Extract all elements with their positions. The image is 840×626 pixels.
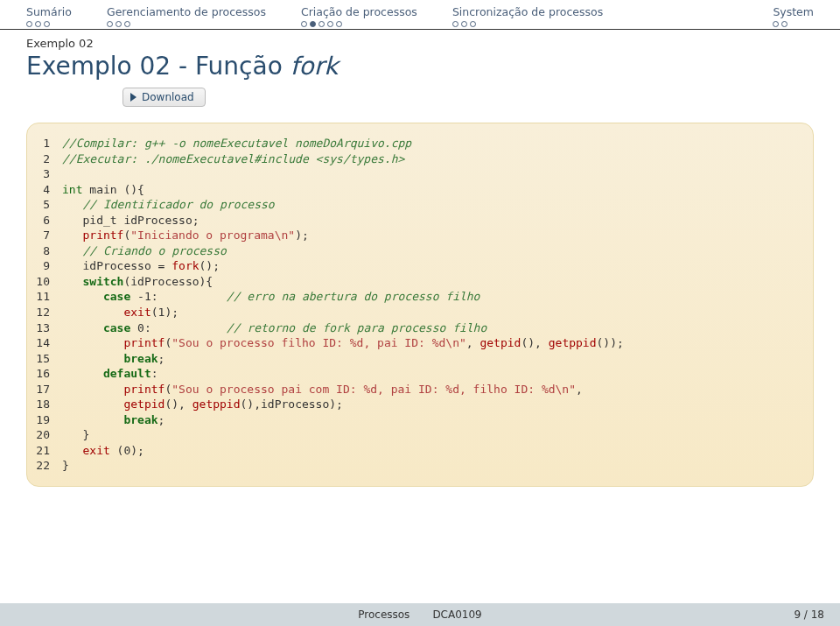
title-em: fork (290, 52, 339, 81)
code-listing: 1//Compilar: g++ -o nomeExecutavel nomeD… (26, 123, 814, 487)
frame-subtitle: Exemplo 02 (0, 30, 840, 52)
download-button[interactable]: Download (122, 88, 206, 107)
footer-course: DCA0109 (432, 608, 481, 621)
code-line: 1//Compilar: g++ -o nomeExecutavel nomeD… (32, 136, 799, 151)
code-line: 15 break; (32, 351, 799, 367)
nav-sincronizacao-dots (452, 21, 603, 27)
nav-sumario-label: Sumário (26, 5, 72, 18)
code-line: 7 printf("Iniciando o programa\n"); (32, 228, 799, 243)
nav-gerenciamento-dots (107, 21, 266, 27)
code-line: 12 exit(1); (32, 305, 799, 320)
top-nav: Sumário Gerenciamento de processos Criaç… (0, 0, 840, 27)
nav-criacao[interactable]: Criação de processos (301, 5, 417, 27)
code-line: 8 // Criando o processo (32, 243, 799, 259)
code-line: 18 getpid(), getppid(),idProcesso); (32, 397, 799, 412)
code-line: 2//Executar: ./nomeExecutavel#include <s… (32, 151, 799, 167)
code-line: 11 case -1: // erro na abertura do proce… (32, 289, 799, 305)
code-line: 14 printf("Sou o processo filho ID: %d, … (32, 335, 799, 351)
nav-sincronizacao[interactable]: Sincronização de processos (452, 5, 603, 27)
code-line: 5 // Identificador do processo (32, 197, 799, 213)
nav-sumario[interactable]: Sumário (26, 5, 72, 27)
code-line: 16 default: (32, 366, 799, 382)
code-line: 4int main (){ (32, 182, 799, 198)
nav-gerenciamento-label: Gerenciamento de processos (107, 5, 266, 18)
nav-system-dots (773, 21, 814, 27)
play-icon (130, 93, 136, 102)
nav-sumario-dots (26, 21, 72, 27)
code-line: 3 (32, 166, 799, 182)
nav-sincronizacao-label: Sincronização de processos (452, 5, 603, 18)
code-line: 6 pid_t idProcesso; (32, 213, 799, 229)
code-line: 19 break; (32, 412, 799, 428)
code-line: 9 idProcesso = fork(); (32, 258, 799, 274)
footer-page-number: 9 / 18 (794, 608, 824, 621)
code-line: 17 printf("Sou o processo pai com ID: %d… (32, 382, 799, 397)
code-line: 21 exit (0); (32, 443, 799, 459)
code-line: 10 switch(idProcesso){ (32, 274, 799, 290)
nav-criacao-label: Criação de processos (301, 5, 417, 18)
footer-title: Processos (358, 608, 410, 621)
footer-bar: Processos DCA0109 9 / 18 (0, 603, 840, 626)
download-label: Download (142, 91, 194, 103)
download-wrap: Download (122, 88, 840, 107)
title-text: Exemplo 02 - Função (26, 52, 290, 81)
code-line: 13 case 0: // retorno de fork para proce… (32, 320, 799, 336)
code-line: 20 } (32, 427, 799, 443)
code-line: 22} (32, 458, 799, 474)
nav-system[interactable]: System (773, 5, 814, 27)
nav-gerenciamento[interactable]: Gerenciamento de processos (107, 5, 266, 27)
frame-title: Exemplo 02 - Função fork (0, 52, 840, 88)
nav-system-label: System (773, 5, 814, 18)
nav-criacao-dots (301, 21, 417, 27)
